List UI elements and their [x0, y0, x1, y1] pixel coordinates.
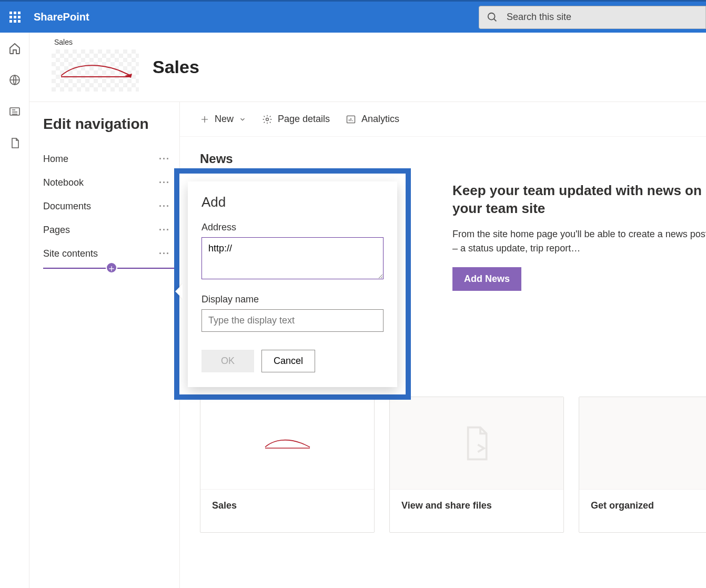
site-logo[interactable]	[52, 49, 139, 92]
svg-point-4	[266, 118, 269, 120]
file-icon[interactable]	[8, 137, 21, 149]
site-title: Sales	[153, 38, 199, 77]
card-title: Sales	[200, 490, 374, 532]
more-icon[interactable]: ···	[159, 201, 170, 212]
suite-bar: SharePoint Search this site	[0, 0, 706, 33]
quick-links-row: Sales View and share files Get organized	[200, 397, 706, 533]
dialog-title: Add	[201, 194, 384, 210]
breadcrumb[interactable]: Sales	[54, 38, 139, 46]
analytics-label: Analytics	[361, 114, 399, 125]
app-launcher-button[interactable]	[0, 2, 29, 33]
analytics-button[interactable]: Analytics	[346, 114, 399, 125]
card-files[interactable]: View and share files	[389, 397, 564, 533]
address-input[interactable]	[201, 237, 384, 279]
svg-line-1	[494, 18, 497, 21]
card-organize[interactable]: Get organized	[579, 397, 706, 533]
dialog-highlight-frame: Add Address Display name OK Cancel	[174, 168, 411, 400]
card-title: Get organized	[579, 490, 706, 532]
nav-item-label: Notebook	[43, 177, 84, 188]
cancel-button[interactable]: Cancel	[261, 350, 315, 372]
nav-item-pages[interactable]: Pages ···	[43, 218, 179, 242]
car-swoosh-icon	[58, 60, 132, 81]
news-headline: Keep your team updated with news on your…	[452, 182, 706, 218]
add-nav-item-button[interactable]: ＋	[106, 262, 117, 273]
nav-item-label: Site contents	[43, 248, 98, 259]
more-icon[interactable]: ···	[159, 225, 170, 236]
news-teaser: Keep your team updated with news on your…	[452, 182, 706, 291]
nav-item-label: Pages	[43, 225, 70, 236]
nav-item-label: Documents	[43, 201, 91, 212]
gear-icon	[262, 114, 273, 125]
page-details-label: Page details	[278, 114, 330, 125]
search-icon	[487, 12, 498, 23]
display-name-label: Display name	[201, 294, 384, 305]
new-button[interactable]: New	[200, 114, 246, 125]
edit-navigation-panel: Edit navigation Home ··· Notebook ··· Do…	[29, 102, 180, 588]
more-icon[interactable]: ···	[159, 177, 170, 188]
news-paragraph: From the site home page you'll be able t…	[452, 227, 706, 256]
plus-icon	[200, 115, 209, 124]
waffle-icon	[9, 12, 21, 23]
news-section-title: News	[180, 137, 706, 166]
card-title: View and share files	[390, 490, 563, 532]
page-details-button[interactable]: Page details	[262, 114, 330, 125]
nav-item-home[interactable]: Home ···	[43, 147, 179, 171]
more-icon[interactable]: ···	[159, 248, 170, 259]
app-rail	[0, 33, 29, 588]
site-header: Sales Sales	[29, 33, 706, 102]
search-box[interactable]: Search this site	[479, 6, 706, 29]
new-label: New	[215, 114, 234, 125]
callout-arrow-icon	[175, 284, 183, 299]
file-icon	[462, 425, 491, 462]
add-news-button[interactable]: Add News	[452, 267, 521, 291]
address-label: Address	[201, 222, 384, 233]
svg-point-0	[488, 13, 495, 19]
search-placeholder: Search this site	[507, 12, 571, 23]
nav-item-documents[interactable]: Documents ···	[43, 195, 179, 218]
card-sales[interactable]: Sales	[200, 397, 375, 533]
analytics-icon	[346, 114, 356, 125]
command-bar: New Page details Analytics	[180, 102, 706, 137]
nav-item-label: Home	[43, 154, 68, 165]
display-name-input[interactable]	[201, 309, 384, 332]
ok-button[interactable]: OK	[201, 350, 254, 372]
car-swoosh-icon	[264, 437, 311, 450]
more-icon[interactable]: ···	[159, 154, 170, 165]
panel-title: Edit navigation	[43, 116, 179, 133]
globe-icon[interactable]	[8, 74, 21, 86]
chevron-down-icon	[239, 116, 246, 123]
nav-item-notebook[interactable]: Notebook ···	[43, 171, 179, 195]
brand-label[interactable]: SharePoint	[29, 11, 89, 23]
news-icon[interactable]	[8, 105, 21, 118]
add-link-dialog: Add Address Display name OK Cancel	[188, 181, 397, 387]
home-icon[interactable]	[8, 42, 21, 55]
